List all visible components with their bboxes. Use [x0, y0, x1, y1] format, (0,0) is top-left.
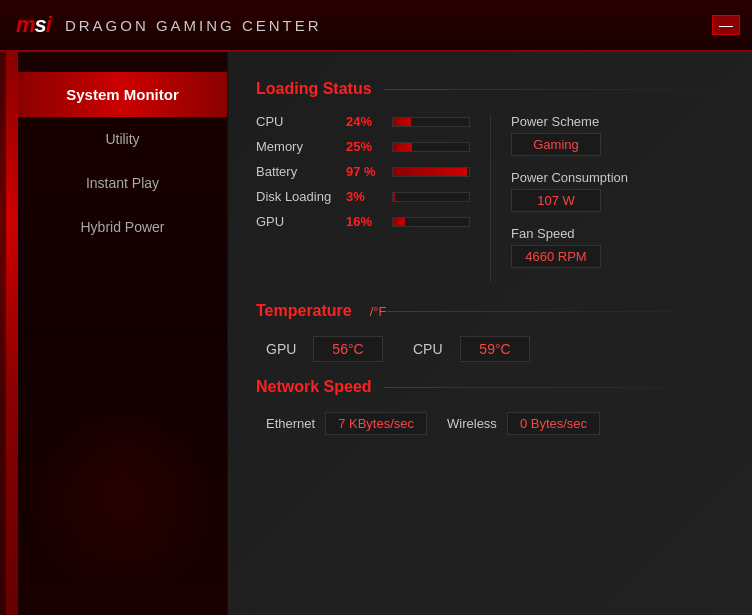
- fan-speed-label: Fan Speed: [511, 226, 724, 241]
- loading-status-header: Loading Status: [256, 80, 724, 98]
- loading-status-title: Loading Status: [256, 80, 372, 98]
- gpu-temp-value: 56°C: [313, 336, 383, 362]
- memory-bar-container: [392, 142, 470, 152]
- power-scheme-stat: Power Scheme Gaming: [511, 114, 724, 156]
- sidebar-item-hybrid-power[interactable]: Hybrid Power: [18, 205, 227, 249]
- cpu-value: 24%: [346, 114, 382, 129]
- msi-logo: msi: [16, 12, 51, 38]
- temperature-row: GPU 56°C CPU 59°C: [256, 336, 724, 362]
- ethernet-item: Ethernet 7 KBytes/sec: [266, 412, 427, 435]
- loading-status-line: [384, 89, 724, 90]
- gpu-bar-container: [392, 217, 470, 227]
- battery-stat-row: Battery 97 %: [256, 164, 470, 179]
- wireless-item: Wireless 0 Bytes/sec: [447, 412, 600, 435]
- battery-bar-fill: [393, 168, 467, 176]
- disk-bar-container: [392, 192, 470, 202]
- cpu-label: CPU: [256, 114, 336, 129]
- gpu-bar-fill: [393, 218, 405, 226]
- network-speed-header: Network Speed: [256, 378, 724, 396]
- memory-stat-row: Memory 25%: [256, 139, 470, 154]
- power-consumption-stat: Power Consumption 107 W: [511, 170, 724, 212]
- sidebar-item-utility[interactable]: Utility: [18, 117, 227, 161]
- temp-unit: /°F: [370, 304, 387, 319]
- sidebar-item-instant-play[interactable]: Instant Play: [18, 161, 227, 205]
- sidebar-item-system-monitor[interactable]: System Monitor: [18, 72, 227, 117]
- battery-bar-container: [392, 167, 470, 177]
- memory-label: Memory: [256, 139, 336, 154]
- content-area: Loading Status CPU 24% Memory 25%: [228, 52, 752, 615]
- gpu-temp-label: GPU: [266, 341, 301, 357]
- network-row: Ethernet 7 KBytes/sec Wireless 0 Bytes/s…: [256, 412, 724, 435]
- left-accent-stripe: [0, 52, 18, 615]
- gpu-stat-row: GPU 16%: [256, 214, 470, 229]
- memory-value: 25%: [346, 139, 382, 154]
- disk-label: Disk Loading: [256, 189, 336, 204]
- battery-label: Battery: [256, 164, 336, 179]
- cpu-bar-fill: [393, 118, 411, 126]
- loading-status-grid: CPU 24% Memory 25% Battery: [256, 114, 724, 282]
- gpu-value: 16%: [346, 214, 382, 229]
- wireless-label: Wireless: [447, 416, 497, 431]
- network-speed-line: [384, 387, 724, 388]
- cpu-temp-label: CPU: [413, 341, 448, 357]
- fan-speed-stat: Fan Speed 4660 RPM: [511, 226, 724, 268]
- temperature-header: Temperature /°F: [256, 302, 724, 320]
- gpu-temp-item: GPU 56°C: [266, 336, 383, 362]
- fan-speed-value: 4660 RPM: [511, 245, 601, 268]
- loading-right-stats: Power Scheme Gaming Power Consumption 10…: [490, 114, 724, 282]
- memory-bar-fill: [393, 143, 412, 151]
- disk-stat-row: Disk Loading 3%: [256, 189, 470, 204]
- sidebar: System Monitor Utility Instant Play Hybr…: [18, 52, 228, 615]
- power-consumption-label: Power Consumption: [511, 170, 724, 185]
- window-controls: —: [712, 15, 740, 35]
- temperature-title: Temperature: [256, 302, 352, 320]
- title-bar: msi DRAGON GAMING CENTER —: [0, 0, 752, 52]
- cpu-stat-row: CPU 24%: [256, 114, 470, 129]
- network-speed-title: Network Speed: [256, 378, 372, 396]
- power-scheme-value: Gaming: [511, 133, 601, 156]
- power-consumption-value: 107 W: [511, 189, 601, 212]
- power-scheme-label: Power Scheme: [511, 114, 724, 129]
- disk-value: 3%: [346, 189, 382, 204]
- cpu-bar-container: [392, 117, 470, 127]
- minimize-button[interactable]: —: [712, 15, 740, 35]
- loading-left-stats: CPU 24% Memory 25% Battery: [256, 114, 490, 282]
- main-container: System Monitor Utility Instant Play Hybr…: [0, 52, 752, 615]
- app-title: DRAGON GAMING CENTER: [65, 17, 322, 34]
- cpu-temp-item: CPU 59°C: [413, 336, 530, 362]
- disk-bar-fill: [393, 193, 395, 201]
- battery-value: 97 %: [346, 164, 382, 179]
- ethernet-value: 7 KBytes/sec: [325, 412, 427, 435]
- wireless-value: 0 Bytes/sec: [507, 412, 600, 435]
- gpu-label: GPU: [256, 214, 336, 229]
- temperature-line: [387, 311, 725, 312]
- cpu-temp-value: 59°C: [460, 336, 530, 362]
- ethernet-label: Ethernet: [266, 416, 315, 431]
